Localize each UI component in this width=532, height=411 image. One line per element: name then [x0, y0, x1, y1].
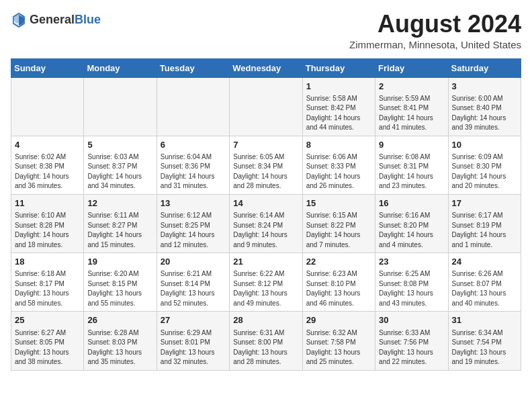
day-cell: 27Sunrise: 6:29 AM Sunset: 8:01 PM Dayli… [157, 312, 229, 370]
day-cell: 23Sunrise: 6:25 AM Sunset: 8:08 PM Dayli… [375, 253, 448, 312]
day-info: Sunrise: 6:22 AM Sunset: 8:12 PM Dayligh… [233, 269, 298, 308]
day-number: 22 [306, 256, 371, 268]
day-number: 9 [379, 139, 444, 151]
day-info: Sunrise: 6:14 AM Sunset: 8:24 PM Dayligh… [233, 211, 298, 250]
day-number: 3 [452, 81, 517, 93]
day-number: 16 [379, 197, 444, 210]
day-cell: 11Sunrise: 6:10 AM Sunset: 8:28 PM Dayli… [11, 194, 84, 253]
day-cell: 15Sunrise: 6:15 AM Sunset: 8:22 PM Dayli… [302, 194, 375, 253]
day-number: 6 [161, 139, 226, 151]
day-cell: 9Sunrise: 6:08 AM Sunset: 8:31 PM Daylig… [375, 136, 448, 194]
day-cell: 12Sunrise: 6:11 AM Sunset: 8:27 PM Dayli… [84, 194, 157, 253]
day-number: 7 [233, 139, 298, 151]
day-number: 12 [87, 197, 152, 210]
day-info: Sunrise: 5:59 AM Sunset: 8:41 PM Dayligh… [379, 94, 444, 133]
week-row-4: 18Sunrise: 6:18 AM Sunset: 8:17 PM Dayli… [11, 253, 521, 312]
day-cell [84, 77, 157, 136]
day-info: Sunrise: 6:12 AM Sunset: 8:25 PM Dayligh… [161, 211, 226, 250]
day-cell: 17Sunrise: 6:17 AM Sunset: 8:19 PM Dayli… [448, 194, 521, 253]
week-row-3: 11Sunrise: 6:10 AM Sunset: 8:28 PM Dayli… [11, 194, 521, 253]
day-info: Sunrise: 6:25 AM Sunset: 8:08 PM Dayligh… [379, 269, 444, 308]
day-cell: 16Sunrise: 6:16 AM Sunset: 8:20 PM Dayli… [375, 194, 448, 253]
day-number: 24 [452, 256, 517, 268]
day-cell: 18Sunrise: 6:18 AM Sunset: 8:17 PM Dayli… [11, 253, 84, 312]
day-info: Sunrise: 6:02 AM Sunset: 8:38 PM Dayligh… [15, 152, 80, 191]
day-cell: 21Sunrise: 6:22 AM Sunset: 8:12 PM Dayli… [230, 253, 302, 312]
day-number: 1 [306, 81, 371, 93]
day-cell: 13Sunrise: 6:12 AM Sunset: 8:25 PM Dayli… [157, 194, 229, 253]
day-cell: 2Sunrise: 5:59 AM Sunset: 8:41 PM Daylig… [375, 77, 448, 136]
day-number: 28 [233, 314, 298, 326]
day-number: 29 [306, 314, 371, 326]
header-cell-thursday: Thursday [302, 58, 375, 77]
day-cell: 6Sunrise: 6:04 AM Sunset: 8:36 PM Daylig… [157, 136, 229, 194]
day-cell [157, 77, 229, 136]
day-cell: 20Sunrise: 6:21 AM Sunset: 8:14 PM Dayli… [157, 253, 229, 312]
day-info: Sunrise: 6:16 AM Sunset: 8:20 PM Dayligh… [379, 211, 444, 250]
calendar-table: SundayMondayTuesdayWednesdayThursdayFrid… [11, 58, 521, 371]
day-number: 26 [87, 314, 152, 326]
day-number: 17 [452, 197, 517, 210]
month-title: August 2024 [349, 11, 521, 38]
header-cell-friday: Friday [375, 58, 448, 77]
header-cell-saturday: Saturday [448, 58, 521, 77]
day-number: 18 [15, 256, 80, 268]
day-cell: 4Sunrise: 6:02 AM Sunset: 8:38 PM Daylig… [11, 136, 84, 194]
day-info: Sunrise: 5:58 AM Sunset: 8:42 PM Dayligh… [306, 94, 371, 133]
day-info: Sunrise: 6:10 AM Sunset: 8:28 PM Dayligh… [15, 211, 80, 250]
day-cell: 8Sunrise: 6:06 AM Sunset: 8:33 PM Daylig… [302, 136, 375, 194]
header-cell-tuesday: Tuesday [157, 58, 229, 77]
logo-icon [11, 11, 27, 30]
day-cell: 7Sunrise: 6:05 AM Sunset: 8:34 PM Daylig… [230, 136, 302, 194]
day-number: 23 [379, 256, 444, 268]
day-number: 21 [233, 256, 298, 268]
day-cell: 5Sunrise: 6:03 AM Sunset: 8:37 PM Daylig… [84, 136, 157, 194]
day-cell: 1Sunrise: 5:58 AM Sunset: 8:42 PM Daylig… [302, 77, 375, 136]
day-number: 14 [233, 197, 298, 210]
day-number: 30 [379, 314, 444, 326]
day-info: Sunrise: 6:08 AM Sunset: 8:31 PM Dayligh… [379, 152, 444, 191]
day-info: Sunrise: 6:27 AM Sunset: 8:05 PM Dayligh… [15, 328, 80, 367]
day-info: Sunrise: 6:04 AM Sunset: 8:36 PM Dayligh… [161, 152, 226, 191]
day-info: Sunrise: 6:20 AM Sunset: 8:15 PM Dayligh… [87, 269, 152, 308]
day-number: 20 [161, 256, 226, 268]
day-cell: 25Sunrise: 6:27 AM Sunset: 8:05 PM Dayli… [11, 312, 84, 370]
day-cell: 31Sunrise: 6:34 AM Sunset: 7:54 PM Dayli… [448, 312, 521, 370]
day-number: 4 [15, 139, 80, 151]
day-number: 11 [15, 197, 80, 210]
title-area: August 2024 Zimmerman, Minnesota, United… [349, 11, 521, 50]
day-cell: 29Sunrise: 6:32 AM Sunset: 7:58 PM Dayli… [302, 312, 375, 370]
logo: General Blue [11, 11, 101, 30]
header-cell-monday: Monday [84, 58, 157, 77]
week-row-1: 1Sunrise: 5:58 AM Sunset: 8:42 PM Daylig… [11, 77, 521, 136]
day-number: 13 [161, 197, 226, 210]
location-title: Zimmerman, Minnesota, United States [349, 39, 521, 50]
day-info: Sunrise: 6:18 AM Sunset: 8:17 PM Dayligh… [15, 269, 80, 308]
day-cell: 3Sunrise: 6:00 AM Sunset: 8:40 PM Daylig… [448, 77, 521, 136]
day-number: 8 [306, 139, 371, 151]
day-info: Sunrise: 6:33 AM Sunset: 7:56 PM Dayligh… [379, 328, 444, 367]
day-cell [11, 77, 84, 136]
day-info: Sunrise: 6:28 AM Sunset: 8:03 PM Dayligh… [87, 328, 152, 367]
logo-general: General [30, 13, 75, 27]
day-info: Sunrise: 6:32 AM Sunset: 7:58 PM Dayligh… [306, 328, 371, 367]
day-cell: 24Sunrise: 6:26 AM Sunset: 8:07 PM Dayli… [448, 253, 521, 312]
header-cell-wednesday: Wednesday [230, 58, 302, 77]
day-info: Sunrise: 6:17 AM Sunset: 8:19 PM Dayligh… [452, 211, 517, 250]
day-info: Sunrise: 6:06 AM Sunset: 8:33 PM Dayligh… [306, 152, 371, 191]
day-info: Sunrise: 6:34 AM Sunset: 7:54 PM Dayligh… [452, 328, 517, 367]
day-number: 15 [306, 197, 371, 210]
header-row: SundayMondayTuesdayWednesdayThursdayFrid… [11, 58, 521, 77]
day-cell [230, 77, 302, 136]
logo-blue: Blue [75, 13, 101, 27]
day-cell: 10Sunrise: 6:09 AM Sunset: 8:30 PM Dayli… [448, 136, 521, 194]
day-info: Sunrise: 6:15 AM Sunset: 8:22 PM Dayligh… [306, 211, 371, 250]
logo-text-area: General Blue [30, 13, 101, 27]
week-row-5: 25Sunrise: 6:27 AM Sunset: 8:05 PM Dayli… [11, 312, 521, 370]
day-cell: 28Sunrise: 6:31 AM Sunset: 8:00 PM Dayli… [230, 312, 302, 370]
day-number: 25 [15, 314, 80, 326]
day-number: 31 [452, 314, 517, 326]
day-cell: 14Sunrise: 6:14 AM Sunset: 8:24 PM Dayli… [230, 194, 302, 253]
day-info: Sunrise: 6:05 AM Sunset: 8:34 PM Dayligh… [233, 152, 298, 191]
day-number: 27 [161, 314, 226, 326]
